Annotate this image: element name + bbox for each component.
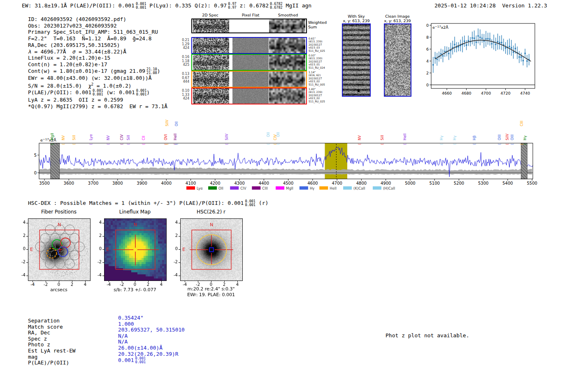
cutout-2d-spec bbox=[193, 72, 229, 87]
info-line: λ = 4696.77Å σ = 33.44(±8.22)Å bbox=[28, 49, 167, 55]
emission-line-bracket: ( bbox=[165, 144, 169, 145]
y-tick-label: 5 bbox=[34, 153, 37, 158]
tick-mark bbox=[211, 281, 211, 282]
panel-y-tick: -2 bbox=[17, 260, 26, 264]
tick-mark bbox=[148, 281, 149, 282]
data-point bbox=[518, 56, 520, 58]
tick-mark bbox=[26, 223, 28, 223]
x-tick-label: 4900 bbox=[381, 181, 391, 186]
info-line: LineFlux = 2.20(±1.20)e-15 bbox=[28, 55, 167, 61]
elixer-report-page: { "header": { "segments": [ {"t":"EW: 31… bbox=[0, 0, 576, 392]
col-header-smoothed: Smoothed bbox=[278, 13, 298, 17]
clean-image-title: Clean Image x, y: 613, 239 bbox=[381, 14, 414, 23]
fiber-weights: 0.130.67444 bbox=[177, 72, 189, 84]
match-table-label: Est LyA rest-EW bbox=[28, 348, 76, 354]
info-line: ID: 4026093592 (4026093592.pdf) bbox=[28, 16, 167, 23]
y-tick-label: 8 bbox=[426, 35, 429, 39]
tick-mark bbox=[179, 249, 180, 250]
panel-x-tick: -4 bbox=[28, 282, 37, 287]
x-tick-label: 3500 bbox=[39, 181, 49, 186]
tick-mark bbox=[72, 281, 72, 282]
info-line: P(LAE)/P(OII): 0.0010.0010.001 (w: 0.001… bbox=[28, 89, 167, 97]
emission-line-bracket: ( bbox=[107, 144, 110, 145]
tick-mark bbox=[237, 281, 238, 282]
stacked-value: 0.970.97 bbox=[228, 2, 236, 9]
masked-region bbox=[51, 143, 60, 179]
panel-x-tick: -2 bbox=[41, 282, 51, 287]
emission-line-bracket: ( bbox=[267, 144, 270, 145]
fiber-cutout-row bbox=[191, 71, 307, 88]
x-tick-label: 3800 bbox=[112, 181, 123, 186]
tick-mark bbox=[185, 281, 185, 282]
col-header-2d-spec: 2D Spec bbox=[202, 13, 218, 17]
match-table-label: mag bbox=[28, 354, 76, 360]
cutout-2d-spec bbox=[193, 19, 229, 32]
emission-line-bracket: ( bbox=[440, 144, 444, 145]
emission-line-bracket: ( bbox=[72, 144, 76, 145]
stacked-value: 0.0010.001 bbox=[135, 357, 146, 364]
cutout-smoothed bbox=[269, 55, 305, 70]
data-point bbox=[478, 35, 479, 37]
emission-line-bracket: ( bbox=[498, 144, 502, 145]
hsc-dex-match-line: HSC-DEX : Possible Matches = 1 (within +… bbox=[28, 200, 268, 207]
emission-line-label: SiII bbox=[126, 135, 130, 140]
y-tick-label: 10 bbox=[426, 23, 429, 28]
clean-image bbox=[384, 23, 411, 97]
data-point bbox=[454, 44, 455, 45]
emission-line-label: Hβ bbox=[472, 135, 476, 140]
emission-line-bracket: ( bbox=[381, 144, 384, 145]
data-point bbox=[491, 43, 492, 44]
fiber-weights: 0.101.33424 bbox=[177, 89, 189, 101]
tick-mark bbox=[102, 223, 104, 223]
emission-line-bracket: ( bbox=[175, 144, 179, 145]
panel-x-tick: -2 bbox=[117, 282, 127, 287]
x-tick-label: 4100 bbox=[186, 181, 196, 186]
x-tick-label: 4700 bbox=[332, 181, 342, 186]
emission-line-bracket: ( bbox=[403, 144, 407, 145]
match-table-value: 0.35424" bbox=[118, 315, 185, 321]
emission-line-label: CII bbox=[142, 136, 146, 140]
tick-mark bbox=[85, 281, 86, 282]
data-point bbox=[509, 46, 510, 47]
panel-y-tick: -4 bbox=[17, 273, 26, 277]
panel-y-tick: 4 bbox=[17, 220, 26, 225]
cutout-pixel-flat bbox=[232, 38, 269, 53]
tick-mark bbox=[102, 276, 104, 276]
data-point bbox=[464, 41, 465, 42]
data-point bbox=[474, 37, 475, 39]
x-tick-label: 5300 bbox=[478, 181, 488, 186]
with-sky-title-text: With Sky bbox=[340, 14, 373, 19]
panel-y-tick: 0 bbox=[17, 246, 26, 251]
stacked-value: 21.1021.08 bbox=[146, 67, 157, 75]
legend-swatch bbox=[319, 186, 328, 190]
cutout-smoothed bbox=[269, 19, 305, 32]
fiber-annotation: 0.61"(613, 239)20230127v023_03511_RU_025 bbox=[309, 37, 334, 53]
emission-line-bracket: ( bbox=[89, 144, 93, 145]
data-point bbox=[505, 47, 506, 49]
x-tick-label: 5100 bbox=[429, 181, 439, 186]
y-tick-label: 0 bbox=[426, 83, 429, 87]
x-tick-label: 5400 bbox=[502, 181, 513, 186]
match-table-label: Spec z bbox=[28, 336, 76, 342]
cutout-2d-spec bbox=[193, 88, 229, 104]
x-tick-label: 4700 bbox=[481, 91, 491, 95]
emission-line-bracket: ( bbox=[62, 144, 65, 145]
data-point bbox=[525, 53, 526, 54]
legend-swatch bbox=[208, 186, 217, 190]
emission-line-bracket: ( bbox=[523, 144, 527, 145]
fiber-cutout-row bbox=[191, 88, 307, 104]
emission-line-label: OII bbox=[266, 132, 270, 137]
emission-line-label: SiIV bbox=[165, 120, 169, 126]
emission-line-label: MgII bbox=[50, 133, 54, 140]
emission-line-label: OIII bbox=[510, 135, 514, 140]
legend-label: (H)CaII bbox=[383, 186, 395, 190]
emission-line-bracket: ( bbox=[142, 144, 146, 145]
tick-mark bbox=[33, 281, 33, 282]
legend-label: CIV bbox=[240, 186, 246, 190]
x-tick-label: 4200 bbox=[210, 181, 220, 186]
info-line: LyA z = 2.8635 OII z = 0.2599 bbox=[28, 97, 167, 103]
lineflux-map-title: Lineflux Map bbox=[104, 209, 166, 215]
data-point bbox=[481, 37, 483, 39]
data-point bbox=[468, 40, 469, 42]
x-tick-label: 5200 bbox=[454, 181, 464, 186]
